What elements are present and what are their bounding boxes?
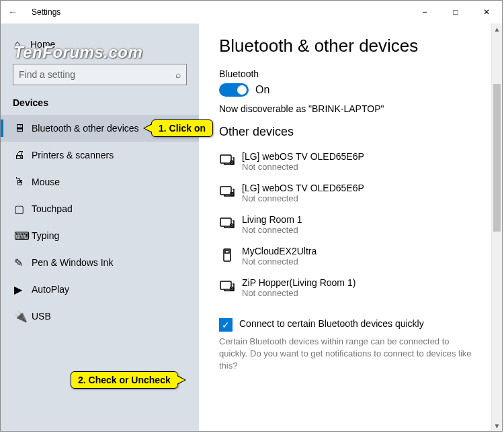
device-text: MyCloudEX2Ultra Not connected: [242, 246, 317, 267]
device-media-icon: [219, 277, 242, 298]
device-status: Not connected: [242, 225, 302, 235]
sidebar-item-printers[interactable]: 🖨 Printers & scanners: [1, 142, 199, 169]
sidebar-item-label: Touchpad: [32, 203, 73, 214]
sidebar-home[interactable]: ⌂ Home: [1, 32, 199, 57]
window-controls: − □ ✕: [409, 2, 502, 22]
sidebar-item-autoplay[interactable]: ▶ AutoPlay: [1, 276, 199, 303]
maximize-button[interactable]: □: [440, 2, 471, 22]
home-icon: ⌂: [14, 38, 30, 50]
content-pane: Bluetooth & other devices Bluetooth On N…: [199, 23, 502, 431]
discoverable-text: Now discoverable as "BRINK-LAPTOP": [219, 103, 482, 114]
scroll-down-icon[interactable]: ▼: [492, 420, 502, 431]
quick-connect-label: Connect to certain Bluetooth devices qui…: [239, 318, 424, 329]
sidebar-section-header: Devices: [1, 95, 199, 115]
bluetooth-toggle[interactable]: [219, 83, 249, 97]
device-status: Not connected: [242, 193, 364, 203]
bluetooth-state: On: [255, 84, 269, 96]
sidebar-item-label: Pen & Windows Ink: [32, 257, 113, 268]
device-name: ZiP Hopper(Living Room 1): [242, 277, 355, 288]
device-row[interactable]: [LG] webOS TV OLED65E6P Not connected: [219, 146, 482, 177]
bluetooth-icon: 🖥: [14, 122, 32, 134]
pen-icon: ✎: [14, 256, 32, 269]
device-storage-icon: [219, 246, 242, 267]
sidebar-item-mouse[interactable]: 🖱 Mouse: [1, 169, 199, 195]
minimize-button[interactable]: −: [409, 2, 440, 22]
device-row[interactable]: Living Room 1 Not connected: [219, 209, 482, 240]
device-media-icon: [219, 214, 242, 235]
search-icon: ⌕: [175, 69, 181, 80]
sidebar-item-label: Printers & scanners: [32, 150, 114, 160]
bluetooth-toggle-row: On: [219, 83, 482, 97]
device-tv-icon: [219, 151, 242, 172]
device-text: ZiP Hopper(Living Room 1) Not connected: [242, 277, 355, 298]
scrollbar-thumb[interactable]: [493, 84, 501, 232]
page-title: Bluetooth & other devices: [219, 36, 482, 56]
device-row[interactable]: ZiP Hopper(Living Room 1) Not connected: [219, 272, 482, 303]
back-button[interactable]: ←: [6, 7, 19, 17]
svg-rect-2: [220, 187, 231, 195]
device-status: Not connected: [242, 256, 317, 267]
svg-rect-4: [220, 218, 231, 226]
scroll-up-icon[interactable]: ▲: [492, 23, 502, 34]
quick-connect-checkbox[interactable]: ✓: [219, 318, 233, 332]
search-input[interactable]: Find a setting ⌕: [13, 64, 187, 85]
autoplay-icon: ▶: [14, 283, 32, 296]
device-list: [LG] webOS TV OLED65E6P Not connected [L…: [219, 146, 482, 303]
device-text: [LG] webOS TV OLED65E6P Not connected: [242, 183, 364, 203]
svg-rect-7: [225, 250, 229, 253]
sidebar-item-label: Typing: [32, 230, 59, 241]
touchpad-icon: ▢: [14, 203, 32, 215]
usb-icon: 🔌: [14, 310, 32, 323]
device-text: Living Room 1 Not connected: [242, 214, 302, 235]
device-tv-icon: [219, 183, 242, 203]
sidebar-item-label: Bluetooth & other devices: [32, 123, 139, 134]
sidebar-item-usb[interactable]: 🔌 USB: [1, 303, 199, 330]
callout-1: 1. Click on: [151, 119, 213, 137]
device-name: MyCloudEX2Ultra: [242, 246, 317, 256]
callout-2: 2. Check or Uncheck: [71, 371, 178, 389]
body: ⌂ Home Find a setting ⌕ Devices 🖥 Blueto…: [1, 23, 502, 431]
sidebar-item-label: USB: [32, 311, 51, 322]
titlebar: ← Settings − □ ✕: [1, 1, 502, 23]
svg-rect-0: [220, 155, 231, 163]
device-text: [LG] webOS TV OLED65E6P Not connected: [242, 151, 364, 172]
close-button[interactable]: ✕: [471, 2, 502, 22]
sidebar-item-touchpad[interactable]: ▢ Touchpad: [1, 195, 199, 222]
device-status: Not connected: [242, 288, 355, 298]
device-name: Living Room 1: [242, 214, 302, 225]
device-status: Not connected: [242, 162, 364, 172]
settings-window: ← Settings − □ ✕ ⌂ Home Find a setting ⌕…: [0, 0, 503, 432]
window-title: Settings: [32, 7, 60, 17]
sidebar-item-typing[interactable]: ⌨ Typing: [1, 222, 199, 249]
content-inner: Bluetooth & other devices Bluetooth On N…: [199, 23, 502, 431]
sidebar-item-label: AutoPlay: [32, 284, 69, 295]
sidebar-item-pen[interactable]: ✎ Pen & Windows Ink: [1, 249, 199, 276]
device-name: [LG] webOS TV OLED65E6P: [242, 183, 364, 193]
device-row[interactable]: [LG] webOS TV OLED65E6P Not connected: [219, 177, 482, 209]
search-placeholder: Find a setting: [19, 69, 75, 80]
sidebar: ⌂ Home Find a setting ⌕ Devices 🖥 Blueto…: [1, 23, 199, 431]
quick-connect-description: Certain Bluetooth devices within range c…: [219, 336, 474, 373]
sidebar-item-label: Mouse: [32, 177, 60, 187]
quick-connect-row: ✓ Connect to certain Bluetooth devices q…: [219, 318, 482, 332]
svg-rect-8: [220, 281, 231, 289]
mouse-icon: 🖱: [14, 176, 32, 188]
keyboard-icon: ⌨: [14, 230, 32, 242]
scrollbar[interactable]: ▲ ▼: [491, 23, 502, 431]
device-name: [LG] webOS TV OLED65E6P: [242, 151, 364, 162]
home-label: Home: [30, 39, 55, 50]
printer-icon: 🖨: [14, 149, 32, 161]
bluetooth-label: Bluetooth: [219, 68, 482, 79]
other-devices-heading: Other devices: [219, 125, 482, 139]
device-row[interactable]: MyCloudEX2Ultra Not connected: [219, 240, 482, 272]
